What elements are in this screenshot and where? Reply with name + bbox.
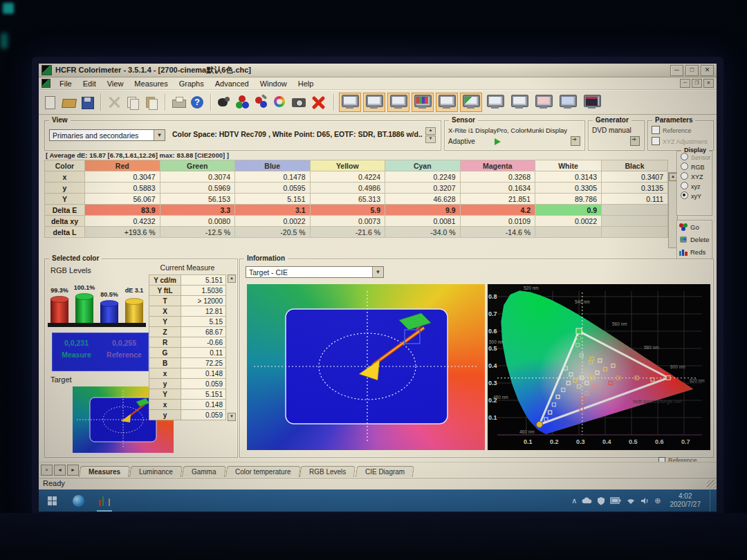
tab-prev-button[interactable]: ◄ <box>54 465 66 476</box>
start-button[interactable] <box>39 489 65 512</box>
col-red[interactable]: Red <box>85 160 160 171</box>
menu-measures[interactable]: Measures <box>129 79 173 88</box>
cell: 0.3268 <box>460 171 535 183</box>
cut-icon[interactable] <box>106 94 122 111</box>
maximize-button[interactable]: □ <box>685 65 699 76</box>
col-yellow[interactable]: Yellow <box>310 160 385 171</box>
menu-graphs[interactable]: Graphs <box>174 79 210 88</box>
spin-up-icon[interactable]: ▲ <box>425 127 436 135</box>
col-blue[interactable]: Blue <box>235 160 311 171</box>
radio-icon[interactable] <box>681 182 688 189</box>
radio-icon[interactable] <box>681 162 688 170</box>
network-icon[interactable] <box>626 497 636 505</box>
menu-view[interactable]: View <box>102 79 129 88</box>
radio-xyY[interactable]: xyY <box>677 190 712 200</box>
reds-button[interactable]: Reds <box>677 245 712 258</box>
resize-grip[interactable] <box>707 480 716 489</box>
stop-measure-icon[interactable] <box>309 94 329 111</box>
child-restore-button[interactable]: ❐ <box>692 79 702 88</box>
menu-help[interactable]: Help <box>293 79 320 88</box>
radio-rgb[interactable]: RGB <box>677 161 712 171</box>
xyz-adjust-checkbox[interactable]: XYZ Adjustment <box>652 137 708 145</box>
checkbox-icon[interactable] <box>652 137 660 145</box>
monitor-view-icon-2[interactable] <box>363 93 385 112</box>
language-icon[interactable]: ⊕ <box>654 496 661 505</box>
view-select[interactable]: Primaries and secondaries ▼ <box>49 129 165 141</box>
cm-scroll-down-icon[interactable]: ▼ <box>228 413 236 421</box>
tab-close-button[interactable]: × <box>41 465 53 476</box>
copy-icon[interactable] <box>124 94 141 111</box>
go-button[interactable]: Go <box>677 221 712 233</box>
battery-icon[interactable] <box>610 497 621 504</box>
chevron-down-icon[interactable]: ▼ <box>154 130 165 140</box>
menu-file[interactable]: File <box>54 79 77 88</box>
monitor-view-icon-8[interactable] <box>508 93 531 112</box>
paste-icon[interactable] <box>143 94 160 111</box>
color-ring-icon[interactable] <box>272 94 288 111</box>
colorspace-spinner[interactable]: ▲ ▼ <box>425 127 436 143</box>
print-icon[interactable] <box>170 94 187 111</box>
taskbar-browser-icon[interactable] <box>65 489 91 512</box>
onedrive-icon[interactable] <box>582 497 592 505</box>
col-black[interactable]: Black <box>602 160 668 171</box>
delete-button[interactable]: Delete <box>677 233 712 245</box>
tray-expand-icon[interactable]: ∧ <box>571 496 577 505</box>
monitor-view-icon-1[interactable] <box>339 93 361 112</box>
monitor-view-icon-9[interactable] <box>533 93 555 112</box>
radio-xyz-lower[interactable]: xyz <box>677 180 712 190</box>
col-color[interactable]: Color <box>45 160 85 171</box>
help-icon[interactable]: ? <box>189 94 205 111</box>
rgb-balls-icon[interactable] <box>234 94 251 111</box>
monitor-view-icon-3[interactable] <box>387 93 409 112</box>
open-file-icon[interactable] <box>60 94 77 111</box>
reference-checkbox[interactable]: Reference <box>652 126 692 134</box>
tab-measures[interactable]: Measures <box>79 466 130 477</box>
radio-xyz-upper[interactable]: XYZ <box>677 171 712 180</box>
tab-color-temperature[interactable]: Color temperature <box>225 466 301 477</box>
sensor-tools-icon[interactable] <box>253 94 270 111</box>
monitor-view-icon-4[interactable] <box>412 93 434 112</box>
menu-window[interactable]: Window <box>255 79 293 88</box>
col-white[interactable]: White <box>535 160 602 171</box>
taskbar-hcfr-icon[interactable] <box>91 489 118 512</box>
cell: 0.0109 <box>460 216 535 227</box>
monitor-view-icon-7[interactable] <box>484 93 506 112</box>
tab-cie-diagram[interactable]: CIE Diagram <box>355 466 414 477</box>
tab-next-button[interactable]: ► <box>67 465 79 476</box>
new-file-icon[interactable] <box>42 94 58 111</box>
tab-gamma[interactable]: Gamma <box>182 466 226 477</box>
monitor-view-icon-11[interactable] <box>581 93 603 112</box>
radio-icon[interactable] <box>681 153 688 160</box>
monitor-view-icon-5[interactable] <box>436 93 458 112</box>
checkbox-icon[interactable] <box>652 126 660 134</box>
minimize-button[interactable]: ─ <box>670 65 683 76</box>
taskbar-clock[interactable]: 4:02 2020/7/27 <box>666 492 706 510</box>
camera-icon[interactable] <box>290 94 307 111</box>
close-button[interactable]: ✕ <box>701 65 714 76</box>
tab-rgb-levels[interactable]: RGB Levels <box>299 466 356 477</box>
generator-settings-icon[interactable] <box>630 136 640 146</box>
col-cyan[interactable]: Cyan <box>385 160 461 171</box>
cm-scroll-up-icon[interactable]: ▲ <box>228 274 236 283</box>
child-close-button[interactable]: ✕ <box>703 79 714 88</box>
show-desktop-button[interactable] <box>710 489 714 512</box>
sensor-config-icon[interactable] <box>216 94 232 111</box>
defender-icon[interactable] <box>597 496 605 505</box>
col-magenta[interactable]: Magenta <box>460 160 535 171</box>
menu-edit[interactable]: Edit <box>77 79 102 88</box>
radio-icon[interactable] <box>681 172 688 180</box>
information-select[interactable]: Target - CIE ▼ <box>246 266 384 278</box>
spin-down-icon[interactable]: ▼ <box>425 136 436 143</box>
play-icon[interactable] <box>495 138 501 145</box>
menu-advanced[interactable]: Advanced <box>210 79 255 88</box>
volume-icon[interactable] <box>640 497 649 505</box>
child-minimize-button[interactable]: ─ <box>680 79 690 88</box>
monitor-view-icon-6[interactable] <box>460 93 482 112</box>
save-icon[interactable] <box>79 94 95 111</box>
monitor-view-icon-10[interactable] <box>557 93 579 112</box>
col-green[interactable]: Green <box>160 160 235 171</box>
sensor-settings-icon[interactable] <box>571 136 580 146</box>
chevron-down-icon[interactable]: ▼ <box>372 267 383 277</box>
radio-selected-icon[interactable] <box>681 192 688 199</box>
tab-luminance[interactable]: Luminance <box>129 466 183 477</box>
